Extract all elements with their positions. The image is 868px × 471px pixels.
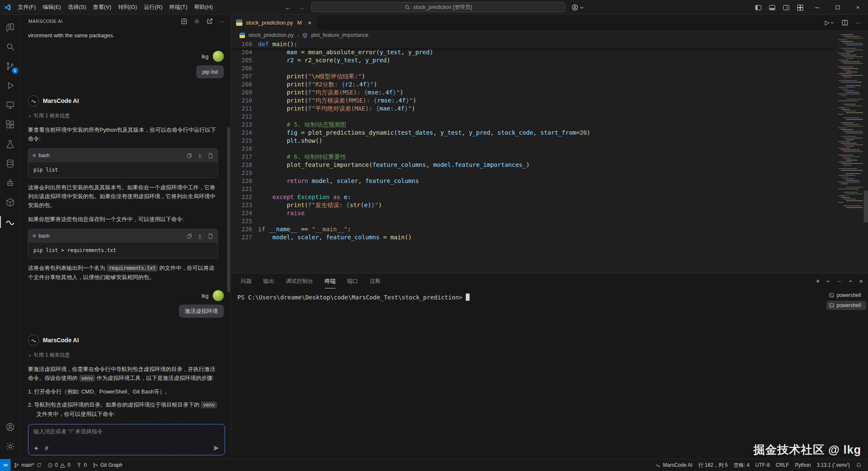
search-view-icon[interactable] [0,37,20,56]
user-message-header: lkg [28,290,224,301]
paragraph-text: 2. 导航到包含虚拟环境的目录。如果你的虚拟环境位于项目根目录下的 [28,402,201,408]
git-branch-item[interactable]: main* [11,459,45,471]
toggle-panel-icon[interactable] [765,0,779,15]
chat-scroll-area[interactable]: vironment with the same packages. lkg pi… [20,28,231,422]
sparkle-icon[interactable] [33,446,39,451]
maximize-panel-icon[interactable] [849,279,853,283]
panel-tab-debug-console[interactable]: 调试控制台 [286,274,313,288]
reference-toggle[interactable]: › 引用 1 相关信息 [29,351,225,360]
python-file-icon [236,19,242,26]
testing-icon[interactable] [0,134,20,154]
close-window-button[interactable]: × [848,0,868,15]
run-debug-icon[interactable] [0,76,20,95]
new-file-icon[interactable] [208,233,213,239]
new-chat-icon[interactable] [181,18,187,25]
tab-stock-prediction[interactable]: stock_prediction.py M × [231,15,317,30]
terminal-viewport[interactable]: PS C:\Users\dreame\Desktop\code\MarsCode… [231,288,826,459]
code-block-text[interactable]: pip list [28,162,217,177]
copy-icon[interactable] [186,153,192,158]
menu-view[interactable]: 查看(V) [89,2,114,12]
panel-tab-ports[interactable]: 端口 [347,274,358,288]
ai-agent-icon[interactable] [0,173,20,193]
settings-gear-icon[interactable] [0,437,20,456]
insert-terminal-icon[interactable] [197,153,203,158]
breadcrumb-file[interactable]: stock_prediction.py [248,32,294,38]
breadcrumb-symbol[interactable]: plot_feature_importance [311,32,368,38]
menu-go[interactable]: 转到(G) [115,2,141,12]
eol-item[interactable]: CRLF [773,459,792,471]
chat-input[interactable] [33,428,220,435]
code-block-text[interactable]: pip list > requirements.txt [28,243,217,258]
share-icon[interactable] [206,18,213,25]
panel-tab-problems[interactable]: 问题 [241,274,252,288]
panel-tab-output[interactable]: 输出 [263,274,274,288]
forward-icon[interactable]: → [298,4,304,11]
menu-terminal[interactable]: 终端(T) [166,2,191,12]
chat-settings-icon[interactable] [194,18,200,25]
toggle-sidebar-icon[interactable] [751,0,765,15]
marscode-ai-icon[interactable] [0,212,20,232]
terminal-profile-dropdown-icon[interactable] [826,279,830,283]
customize-layout-icon[interactable] [793,0,807,15]
new-terminal-icon[interactable]: + [816,277,820,285]
toggle-secondary-sidebar-icon[interactable] [779,0,793,15]
encoding-item[interactable]: UTF-8 [752,459,773,471]
terminal-list-item[interactable]: powershell [826,291,866,300]
reference-toggle[interactable]: › 引用 1 相关信息 [29,111,225,120]
split-editor-icon[interactable] [842,19,848,26]
minimap[interactable] [837,33,863,215]
new-file-icon[interactable] [208,153,213,158]
branch-name: main* [21,462,34,468]
ai-assistant-menu[interactable] [571,0,584,15]
code-lines[interactable]: 204 mae = mean_absolute_error(y_test, y_… [231,48,834,273]
context-hash-button[interactable]: # [45,445,48,452]
explorer-icon[interactable] [0,17,20,37]
close-tab-icon[interactable]: × [308,19,312,26]
problems-item[interactable]: 0 0 [45,459,73,471]
menu-run[interactable]: 运行(R) [140,2,166,12]
menu-edit[interactable]: 编辑(E) [39,2,64,12]
remote-explorer-icon[interactable] [0,95,20,115]
indentation-item[interactable]: 空格: 4 [731,459,752,471]
editor-more-icon[interactable]: ··· [856,19,861,26]
language-mode-item[interactable]: Python [792,459,814,471]
database-icon[interactable] [0,154,20,173]
minimize-button[interactable]: ─ [807,0,827,15]
package-icon[interactable] [0,193,20,212]
broadcast-count-item[interactable]: 0 [73,459,90,471]
cursor-position-item[interactable]: 行 162，列 5 [696,459,731,471]
sticky-scroll-line[interactable]: 168 def main(): [231,40,834,48]
code-block-header: ≡ bash [28,149,217,162]
warning-icon [60,463,65,468]
command-center-search[interactable]: stock_prediction [管理员] [311,2,565,12]
broadcast-icon [76,463,82,468]
code-line: 218 plot_feature_importance(feature_colu… [231,161,834,169]
maximize-button[interactable] [827,0,848,15]
panel-tab-comments[interactable]: 注释 [370,274,381,288]
marscode-status-item[interactable]: MarsCode AI [652,459,695,471]
python-interpreter-item[interactable]: 3.13.1 ('.venv') [814,459,853,471]
panel-tab-terminal[interactable]: 终端 [325,274,336,288]
menu-help[interactable]: 帮助(H) [191,2,216,12]
remote-indicator[interactable]: >< [0,459,11,471]
menu-selection[interactable]: 选择(S) [64,2,89,12]
editor-scrollbar-thumb[interactable] [864,191,868,222]
accounts-icon[interactable] [0,417,20,437]
copy-icon[interactable] [186,233,192,239]
close-panel-icon[interactable]: × [859,277,863,285]
back-icon[interactable]: ← [285,4,291,11]
insert-terminal-icon[interactable] [197,233,203,239]
user-message-header: lkg [28,51,224,62]
git-graph-item[interactable]: Git Graph [90,459,125,471]
send-icon[interactable] [213,445,220,452]
panel-more-icon[interactable]: ··· [837,278,842,284]
sidebar-scrollbar[interactable] [227,127,230,292]
notifications-bell[interactable] [853,459,865,471]
source-control-icon[interactable]: 5 [0,56,20,76]
run-python-file[interactable]: ▷ [825,19,834,26]
menu-file[interactable]: 文件(F) [14,2,39,12]
more-actions-icon[interactable]: ··· [219,18,225,25]
ai-message-header: MarsCode AI [28,95,225,106]
terminal-list-item[interactable]: powershell [826,301,866,310]
extensions-icon[interactable] [0,115,20,134]
